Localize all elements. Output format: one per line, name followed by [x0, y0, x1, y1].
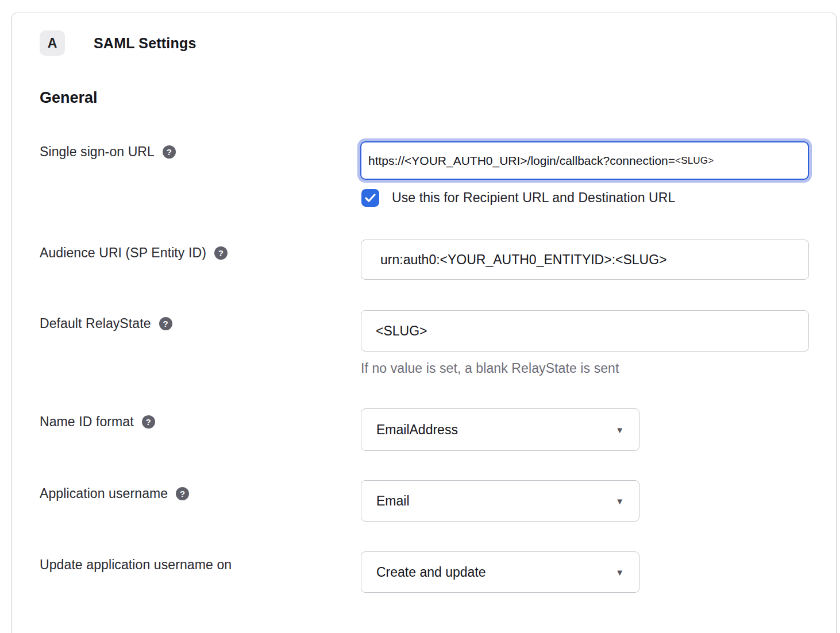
- chevron-down-icon: ▼: [615, 425, 624, 435]
- audience-uri-value: urn:auth0:<YOUR_AUTH0_ENTITYID>:<SLUG>: [380, 252, 667, 268]
- field-row-relaystate: Default RelayState ? <SLUG> If no value …: [40, 310, 836, 376]
- section-badge: A: [40, 30, 65, 56]
- page-title: SAML Settings: [94, 35, 196, 52]
- application-username-select[interactable]: Email ▼: [361, 480, 639, 522]
- relaystate-helper-text: If no value is set, a blank RelayState i…: [361, 361, 809, 376]
- sso-url-control: https://<YOUR_AUTH0_URI>/login/callback?…: [361, 138, 812, 207]
- appusername-label: Application username: [40, 486, 168, 501]
- application-username-value: Email: [376, 493, 410, 509]
- recipient-url-checkbox-label[interactable]: Use this for Recipient URL and Destinati…: [392, 190, 675, 206]
- field-row-sso-url: Single sign-on URL ? https://<YOUR_AUTH0…: [40, 138, 836, 207]
- saml-settings-card: A SAML Settings General Single sign-on U…: [11, 13, 837, 633]
- audience-uri-label-wrap: Audience URI (SP Entity ID) ?: [40, 240, 361, 261]
- sso-url-input[interactable]: https://<YOUR_AUTH0_URI>/login/callback?…: [360, 141, 809, 180]
- section-badge-letter: A: [48, 36, 57, 51]
- chevron-down-icon: ▼: [615, 496, 624, 506]
- field-row-audience-uri: Audience URI (SP Entity ID) ? urn:auth0:…: [40, 240, 836, 280]
- nameid-label-wrap: Name ID format ?: [40, 408, 361, 430]
- nameid-label: Name ID format: [40, 414, 134, 430]
- help-icon[interactable]: ?: [159, 317, 172, 330]
- update-username-value: Create and update: [376, 565, 486, 580]
- audience-uri-label: Audience URI (SP Entity ID): [40, 245, 206, 261]
- relaystate-control: <SLUG> If no value is set, a blank Relay…: [361, 310, 809, 376]
- help-icon[interactable]: ?: [142, 415, 155, 429]
- relaystate-input[interactable]: <SLUG>: [361, 310, 809, 352]
- help-icon[interactable]: ?: [214, 246, 228, 260]
- sso-url-value: https://<YOUR_AUTH0_URI>/login/callback?…: [368, 154, 675, 168]
- updateusername-label-wrap: Update application username on: [40, 551, 361, 573]
- field-row-nameid-format: Name ID format ? EmailAddress ▼: [40, 408, 836, 451]
- sso-url-label-wrap: Single sign-on URL ?: [40, 138, 361, 160]
- update-username-select[interactable]: Create and update ▼: [361, 551, 639, 593]
- sso-url-value-slug: <SLUG>: [675, 155, 714, 167]
- help-icon[interactable]: ?: [176, 487, 189, 500]
- section-title-general: General: [40, 89, 836, 107]
- nameid-format-select[interactable]: EmailAddress ▼: [361, 408, 639, 451]
- checkmark-icon: [365, 194, 376, 202]
- sso-url-focus-ring: https://<YOUR_AUTH0_URI>/login/callback?…: [357, 138, 812, 183]
- recipient-url-checkbox[interactable]: [361, 189, 379, 207]
- relaystate-label-wrap: Default RelayState ?: [40, 310, 361, 331]
- audience-uri-input[interactable]: urn:auth0:<YOUR_AUTH0_ENTITYID>:<SLUG>: [361, 240, 809, 280]
- field-row-application-username: Application username ? Email ▼: [40, 480, 836, 522]
- sso-url-label: Single sign-on URL: [40, 144, 155, 160]
- card-header: A SAML Settings: [40, 30, 836, 56]
- appusername-label-wrap: Application username ?: [40, 480, 361, 501]
- chevron-down-icon: ▼: [615, 568, 624, 577]
- relaystate-label: Default RelayState: [40, 316, 151, 331]
- field-row-update-username: Update application username on Create an…: [40, 551, 836, 593]
- relaystate-value: <SLUG>: [376, 323, 427, 339]
- recipient-url-checkbox-row: Use this for Recipient URL and Destinati…: [361, 189, 812, 207]
- updateusername-label: Update application username on: [40, 557, 232, 573]
- help-icon[interactable]: ?: [163, 145, 176, 159]
- nameid-format-value: EmailAddress: [376, 422, 458, 438]
